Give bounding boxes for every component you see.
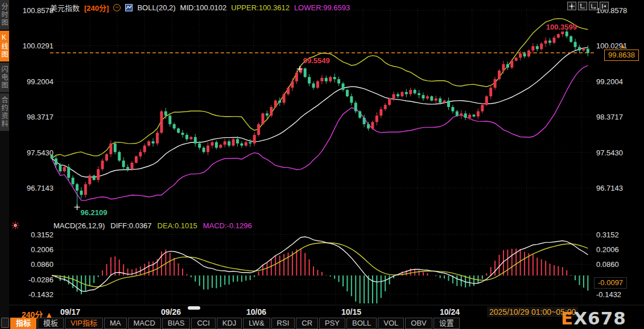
chart-type-sidebar: 分时图K线图闪电图合约资料 bbox=[0, 0, 9, 329]
sidebar-tab-3[interactable]: 合约资料 bbox=[0, 93, 9, 131]
toolbar-item-CR[interactable]: CR bbox=[296, 318, 318, 329]
y-axis-scale-right-icon[interactable] bbox=[589, 2, 598, 10]
main-y-axis-left-1: 100.0291 bbox=[13, 42, 53, 50]
main-y-axis-left-0: 100.8578 bbox=[13, 6, 53, 15]
pan-right-icon[interactable] bbox=[600, 2, 609, 10]
macd-y-axis-left-1: 0.2006 bbox=[13, 245, 53, 254]
macd-y-axis-left-4: -0.1432 bbox=[13, 290, 53, 299]
candlestick-chart-canvas[interactable] bbox=[0, 0, 644, 329]
toolbar-item-CCI[interactable]: CCI bbox=[191, 318, 215, 329]
macd-y-axis-right-4: -0.1432 bbox=[596, 290, 621, 299]
boll-indicator-label: BOLL(20,2) bbox=[137, 3, 175, 12]
indicator-toolbar: 指标模板VIP指标MAMACDBIASCCIKDJLW&RSICRPSYBOLL… bbox=[10, 318, 460, 329]
boll-upper-value: UPPER:100.3612 bbox=[231, 3, 290, 12]
collapse-indicator-icon[interactable]: − bbox=[113, 4, 121, 11]
chart-thumbnail-icon bbox=[125, 4, 133, 11]
main-y-axis-left-5: 96.7143 bbox=[13, 184, 53, 192]
main-y-axis-left-2: 99.2004 bbox=[13, 77, 53, 86]
chart-tool-buttons bbox=[567, 2, 609, 10]
macd-diff-value: DIFF:0.0367 bbox=[110, 221, 151, 230]
toolbar-item-PSY[interactable]: PSY bbox=[319, 318, 345, 329]
toolbar-item-指标[interactable]: 指标 bbox=[10, 318, 36, 329]
toolbar-item-VIP指标[interactable]: VIP指标 bbox=[65, 318, 103, 329]
sidebar-tab-2[interactable]: 闪电图 bbox=[0, 63, 9, 92]
macd-macd-value: MACD:-0.1296 bbox=[203, 221, 252, 230]
trading-app-window: 分时图K线图闪电图合约资料 美元指数 [240分] − BOLL(20,2) M… bbox=[0, 0, 644, 329]
current-price-badge: 99.8638 bbox=[604, 50, 639, 61]
sidebar-bottom-icon[interactable] bbox=[1, 318, 9, 328]
low-price-annotation: 96.2109 bbox=[81, 208, 108, 217]
toolbar-item-VOL[interactable]: VOL bbox=[378, 318, 404, 329]
main-y-axis-left-3: 98.3717 bbox=[13, 113, 53, 121]
price-up-arrow-icon: ▲ bbox=[620, 43, 626, 50]
macd-y-axis-left-0: 0.3152 bbox=[13, 231, 53, 239]
toolbar-item-BIAS[interactable]: BIAS bbox=[162, 318, 191, 329]
x-axis-date-0: 09/17 bbox=[60, 307, 80, 316]
brand-logo-e: E bbox=[561, 308, 573, 328]
macd-y-axis-right-0: 0.3152 bbox=[596, 231, 619, 239]
swing-high-annotation: 99.5549 bbox=[303, 56, 330, 65]
toolbar-item-LW&[interactable]: LW& bbox=[243, 318, 270, 329]
macd-y-axis-right-2: 0.0860 bbox=[596, 260, 619, 269]
toolbar-item-MA[interactable]: MA bbox=[104, 318, 127, 329]
x-axis-date-2: 10/06 bbox=[246, 307, 266, 316]
x-axis-date-1: 09/26 bbox=[161, 307, 181, 316]
symbol-name: 美元指数 bbox=[50, 2, 80, 13]
x-axis-date-4: 10/24 bbox=[440, 307, 460, 316]
main-y-axis-left-4: 97.5430 bbox=[13, 149, 53, 157]
toolbar-item-模板[interactable]: 模板 bbox=[38, 318, 64, 329]
crosshair-move-icon[interactable] bbox=[567, 2, 576, 10]
macd-header: MACD(26,12,9) DIFF:0.0367 DEA:0.1015 MAC… bbox=[53, 221, 252, 230]
main-y-axis-right-2: 99.2004 bbox=[596, 77, 623, 86]
boll-lower-value: LOWER:99.6593 bbox=[294, 3, 350, 12]
sidebar-tab-0[interactable]: 分时图 bbox=[0, 0, 9, 30]
toolbar-item-OBV[interactable]: OBV bbox=[405, 318, 432, 329]
main-y-axis-right-3: 98.3717 bbox=[596, 113, 623, 121]
brand-watermark: EX678 bbox=[561, 308, 626, 328]
toolbar-item-设置[interactable]: 设置 bbox=[434, 318, 460, 329]
period-badge: [240分] bbox=[84, 2, 109, 13]
chart-header: 美元指数 [240分] − BOLL(20,2) MID:100.0102 UP… bbox=[50, 2, 350, 13]
y-axis-scale-up-icon[interactable] bbox=[578, 2, 587, 10]
main-y-axis-right-4: 97.5430 bbox=[596, 149, 623, 157]
macd-y-axis-left-3: -0.0286 bbox=[13, 275, 53, 284]
boll-mid-value: MID:100.0102 bbox=[180, 3, 227, 12]
macd-indicator-label: MACD(26,12,9) bbox=[53, 221, 105, 230]
high-price-annotation: 100.3599 bbox=[546, 23, 577, 31]
toolbar-item-BOLL[interactable]: BOLL bbox=[346, 318, 377, 329]
toolbar-item-RSI[interactable]: RSI bbox=[271, 318, 295, 329]
macd-dea-value: DEA:0.1015 bbox=[158, 221, 197, 230]
scrollbar-thumb[interactable] bbox=[188, 306, 200, 310]
toolbar-item-MACD[interactable]: MACD bbox=[128, 318, 161, 329]
macd-y-axis-left-2: 0.0860 bbox=[13, 260, 53, 269]
current-macd-badge: -0.0097 bbox=[594, 277, 627, 289]
x-axis-date-3: 10/15 bbox=[341, 307, 361, 316]
indicator-settings-icon[interactable] bbox=[11, 221, 19, 229]
sidebar-tab-1[interactable]: K线图 bbox=[0, 31, 9, 61]
macd-y-axis-right-1: 0.2006 bbox=[596, 245, 619, 254]
main-y-axis-right-5: 96.7143 bbox=[596, 184, 623, 192]
toolbar-item-KDJ[interactable]: KDJ bbox=[217, 318, 242, 329]
